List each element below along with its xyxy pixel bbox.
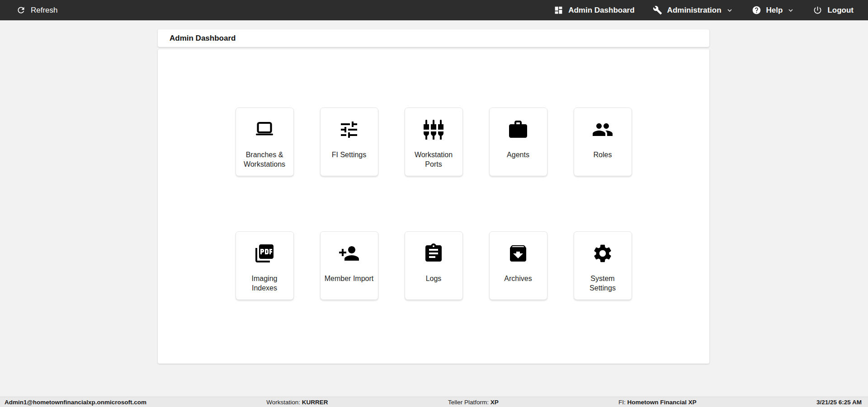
status-fi-label: FI: (618, 399, 626, 406)
tile-grid: Branches & Workstations FI Settings Work… (236, 108, 632, 300)
laptop-icon (254, 119, 275, 140)
person-add-icon (338, 243, 360, 264)
input-component-icon (423, 119, 444, 140)
tile-archives[interactable]: Archives (489, 231, 547, 300)
tile-label: Imaging Indexes (236, 274, 293, 293)
nav-administration-label: Administration (667, 6, 722, 15)
refresh-icon (16, 5, 26, 15)
tune-sliders-icon (338, 119, 360, 140)
status-workstation-label: Workstation: (266, 399, 300, 406)
pdf-icon (254, 243, 275, 264)
logout-label: Logout (827, 6, 854, 15)
status-datetime: 3/21/25 6:25 AM (816, 399, 862, 406)
tile-logs[interactable]: Logs (405, 231, 463, 300)
gear-icon (592, 243, 613, 264)
status-teller-platform-value: XP (491, 399, 499, 406)
briefcase-icon (507, 119, 529, 140)
status-teller-platform-label: Teller Platform: (448, 399, 489, 406)
help-icon (752, 5, 761, 15)
dashboard-icon (554, 5, 563, 15)
tile-label: System Settings (574, 274, 632, 293)
tile-system-settings[interactable]: System Settings (574, 231, 632, 300)
top-navigation-bar: Refresh Admin Dashboard Administration H… (0, 0, 868, 20)
tile-label: Member Import (322, 274, 376, 283)
status-user: Admin1@hometownfinancialxp.onmicrosoft.c… (5, 399, 146, 406)
tile-label: FI Settings (329, 150, 369, 159)
power-icon (813, 5, 822, 15)
refresh-button[interactable]: Refresh (16, 5, 58, 15)
tile-imaging-indexes[interactable]: Imaging Indexes (236, 231, 294, 300)
status-fi: FI: Hometown Financial XP (618, 399, 697, 406)
tile-label: Workstation Ports (405, 150, 462, 169)
nav-admin-dashboard-label: Admin Dashboard (568, 6, 634, 15)
dashboard-content-card: Branches & Workstations FI Settings Work… (158, 49, 709, 364)
wrench-icon (653, 5, 662, 15)
tile-agents[interactable]: Agents (489, 108, 547, 176)
status-workstation: Workstation: KURRER (266, 399, 328, 406)
tile-label: Logs (423, 274, 444, 283)
status-workstation-value: KURRER (302, 399, 328, 406)
nav-help-menu[interactable]: Help (752, 5, 795, 15)
status-fi-value: Hometown Financial XP (627, 399, 697, 406)
page-title: Admin Dashboard (170, 34, 236, 43)
nav-admin-dashboard[interactable]: Admin Dashboard (554, 5, 634, 15)
tile-fi-settings[interactable]: FI Settings (320, 108, 378, 176)
clipboard-icon (423, 243, 444, 264)
chevron-down-icon (726, 6, 734, 14)
nav-administration-menu[interactable]: Administration (653, 5, 734, 15)
chevron-down-icon (787, 6, 795, 14)
tile-branches-workstations[interactable]: Branches & Workstations (236, 108, 294, 176)
status-bar: Admin1@hometownfinancialxp.onmicrosoft.c… (0, 397, 868, 407)
page-title-bar: Admin Dashboard (158, 29, 709, 47)
tile-label: Roles (591, 150, 615, 159)
status-teller-platform: Teller Platform: XP (448, 399, 499, 406)
nav-help-label: Help (766, 6, 783, 15)
tile-label: Archives (501, 274, 534, 283)
archive-icon (507, 243, 529, 264)
refresh-label: Refresh (31, 6, 58, 15)
tile-member-import[interactable]: Member Import (320, 231, 378, 300)
tile-roles[interactable]: Roles (574, 108, 632, 176)
tile-workstation-ports[interactable]: Workstation Ports (405, 108, 463, 176)
tile-label: Agents (504, 150, 532, 159)
people-icon (592, 119, 613, 140)
tile-label: Branches & Workstations (236, 150, 293, 169)
logout-button[interactable]: Logout (813, 5, 854, 15)
